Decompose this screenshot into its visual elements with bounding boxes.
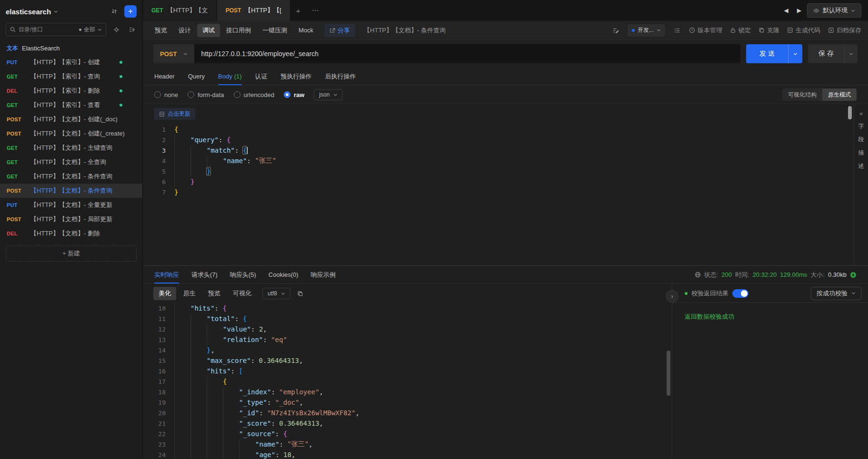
click-update-button[interactable]: 点击更新 [154, 108, 195, 120]
body-type-none[interactable]: none [154, 91, 178, 98]
document-tab[interactable]: GET【HTTP】【文 [143, 0, 217, 21]
visual-structure-button[interactable]: 可视化结构 [782, 88, 822, 101]
mode-tab-预览[interactable]: 预览 [150, 24, 172, 37]
download-icon[interactable] [850, 272, 857, 278]
action-锁定[interactable]: 锁定 [730, 26, 751, 35]
search-input[interactable] [19, 26, 60, 33]
save-button[interactable]: 保 存 [808, 44, 858, 63]
mode-tab-调试[interactable]: 调试 [197, 24, 220, 37]
search-box[interactable]: 全部 [6, 23, 106, 36]
action-版本管理[interactable]: 版本管理 [689, 26, 722, 35]
request-tab-Query[interactable]: Query [188, 68, 205, 85]
mode-tab-一键压测[interactable]: 一键压测 [257, 24, 292, 37]
raw-format-selector[interactable]: json [314, 89, 343, 100]
action-克隆[interactable]: 克隆 [758, 26, 779, 35]
nav-back-button[interactable]: ◀ [781, 5, 791, 16]
rail-collapse-button[interactable]: « [859, 110, 863, 117]
mode-tab-设计[interactable]: 设计 [173, 24, 196, 37]
body-type-form-data[interactable]: form-data [188, 91, 224, 98]
request-tab-预执行操作[interactable]: 预执行操作 [281, 68, 312, 85]
locate-icon[interactable] [111, 24, 121, 35]
sidebar-item-get[interactable]: GET【HTTP】【索引】- 查看 [0, 98, 142, 112]
token: { [243, 315, 247, 322]
url-input[interactable] [194, 44, 740, 63]
validate-toggle[interactable] [732, 289, 748, 298]
sidebar-item-get[interactable]: GET【HTTP】【文档】- 全查询 [0, 155, 142, 169]
sidebar-item-del[interactable]: DEL【HTTP】【索引】- 删除 [0, 84, 142, 98]
response-tab[interactable]: 实时响应 [154, 266, 179, 283]
body-type-raw[interactable]: raw [284, 91, 304, 98]
indent-guide [190, 355, 207, 366]
editor-scrollbar[interactable] [848, 106, 852, 119]
line-number: 10 [143, 305, 174, 312]
view-tab-美化[interactable]: 美化 [153, 287, 176, 300]
edit-icon[interactable] [610, 25, 621, 36]
mode-tab-接口用例[interactable]: 接口用例 [221, 24, 256, 37]
request-tab-Body[interactable]: Body(1) [218, 68, 242, 85]
method-selector[interactable]: POST [153, 44, 194, 63]
list-icon[interactable] [672, 25, 682, 36]
indent-guide [239, 439, 255, 449]
import-icon[interactable] [109, 6, 120, 17]
save-dropdown[interactable] [844, 44, 858, 63]
sidebar-item-del[interactable]: DEL【HTTP】【文档】- 删除 [0, 226, 142, 241]
sidebar-item-put[interactable]: PUT【HTTP】【文档】- 全量更新 [0, 198, 142, 212]
action-归档保存[interactable]: 归档保存 [828, 26, 861, 35]
more-tabs-button[interactable]: ⋯ [306, 0, 325, 21]
share-button[interactable]: 分享 [324, 24, 355, 37]
sidebar-item-post[interactable]: POST【HTTP】【文档】- 条件查询 [0, 184, 142, 198]
nav-forward-button[interactable]: ▶ [794, 5, 804, 16]
line-number: 23 [143, 441, 174, 448]
sidebar-item-get[interactable]: GET【HTTP】【文档】- 主键查询 [0, 141, 142, 155]
response-body[interactable]: 10"hits": {11"total": {12"value": 2,13"r… [143, 303, 672, 459]
response-scrollbar[interactable] [667, 351, 670, 396]
new-api-button[interactable]: + 新建 [6, 245, 137, 262]
tree-node-document[interactable]: 文本 ElasticSearch [0, 41, 142, 55]
method-badge: GET [7, 102, 26, 108]
project-title: elasticsearch [6, 8, 51, 16]
code-content: } [174, 187, 178, 197]
sidebar-item-get[interactable]: GET【HTTP】【文档】- 条件查询 [0, 169, 142, 184]
body-type-urlencoded[interactable]: urlencoded [234, 91, 274, 98]
panel-collapse-button[interactable]: › [666, 290, 678, 303]
sort-icon[interactable] [126, 24, 137, 35]
line-number: 11 [143, 315, 174, 322]
sidebar-item-get[interactable]: GET【HTTP】【索引】- 查询 [0, 69, 142, 84]
method-badge: PUT [7, 202, 26, 208]
send-button[interactable]: 发 送 [746, 44, 802, 63]
code-content: } [174, 176, 194, 187]
environment-selector[interactable]: 默认环境 [807, 3, 861, 18]
request-body-editor[interactable]: 点击更新 1{2"query": {3"match": {4"name": "张… [143, 104, 868, 265]
document-tab[interactable]: POST【HTTP】【[ [217, 0, 290, 21]
indent-guide [223, 408, 239, 418]
search-filter[interactable]: 全部 [79, 26, 102, 34]
sidebar-item-post[interactable]: POST【HTTP】【文档】- 创建(_doc) [0, 112, 142, 127]
sidebar-item-post[interactable]: POST【HTTP】【文档】- 局部更新 [0, 212, 142, 226]
view-tab-预览[interactable]: 预览 [203, 287, 226, 300]
encoding-selector[interactable]: utf8 [262, 288, 290, 299]
sidebar-item-put[interactable]: PUT【HTTP】【索引】- 创建 [0, 55, 142, 69]
token: } [174, 188, 178, 196]
new-tab-button[interactable]: + [290, 0, 306, 21]
raw-mode-button[interactable]: 原生模式 [822, 88, 857, 101]
copy-icon[interactable] [297, 291, 303, 297]
sidebar-item-post[interactable]: POST【HTTP】【文档】- 创建(_create) [0, 127, 142, 141]
request-tab-Header[interactable]: Header [154, 68, 175, 85]
request-tab-认证[interactable]: 认证 [255, 68, 268, 85]
chevron-down-icon [851, 9, 855, 13]
request-tab-后执行操作[interactable]: 后执行操作 [325, 68, 356, 85]
response-tab[interactable]: Cookies(0) [269, 266, 299, 283]
response-tab[interactable]: 响应示例 [311, 266, 336, 283]
send-dropdown[interactable] [788, 44, 802, 63]
branch-selector[interactable]: 开发... [628, 24, 665, 37]
token: : [275, 430, 283, 438]
view-tab-原生[interactable]: 原生 [178, 287, 201, 300]
action-生成代码[interactable]: 生成代码 [787, 26, 820, 35]
add-button[interactable]: + [124, 5, 137, 18]
view-tab-可视化[interactable]: 可视化 [228, 287, 257, 300]
response-tab[interactable]: 请求头(7) [191, 266, 218, 283]
validate-mode-selector[interactable]: 按成功校验 [811, 287, 861, 300]
response-tab[interactable]: 响应头(5) [230, 266, 256, 283]
mode-tab-Mock[interactable]: Mock [293, 24, 319, 36]
project-switcher[interactable]: elasticsearch [6, 8, 58, 16]
